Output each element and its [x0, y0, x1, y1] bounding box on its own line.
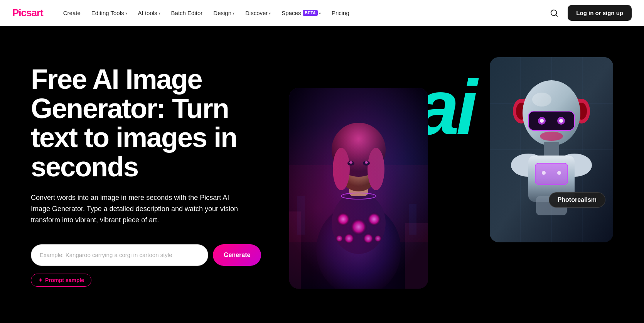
hero-title: Free AI Image Generator: Turn text to im…: [31, 65, 278, 181]
svg-point-44: [559, 119, 563, 123]
nav-item-design[interactable]: Design ▾: [209, 7, 239, 19]
svg-point-43: [540, 119, 544, 123]
beta-badge: BETA: [303, 10, 317, 16]
nav-items: Create Editing Tools ▾ AI tools ▾ Batch …: [59, 7, 547, 19]
nav-item-ai-tools[interactable]: AI tools ▾: [133, 7, 165, 19]
login-button[interactable]: Log in or sign up: [568, 5, 632, 21]
svg-point-45: [540, 132, 563, 141]
svg-rect-46: [544, 142, 559, 157]
hero-section: Free AI Image Generator: Turn text to im…: [0, 26, 644, 323]
cyberpunk-woman-illustration: [289, 88, 428, 289]
hero-input-row: Generate: [31, 244, 278, 266]
svg-line-1: [556, 15, 558, 16]
nav-item-create[interactable]: Create: [59, 7, 85, 19]
nav-item-batch-editor[interactable]: Batch Editor: [167, 7, 207, 19]
chevron-down-icon: ▾: [319, 11, 321, 15]
chevron-down-icon: ▾: [125, 11, 127, 15]
chevron-down-icon: ▾: [158, 11, 160, 15]
nav-item-pricing[interactable]: Pricing: [327, 7, 354, 19]
logo[interactable]: Picsart: [12, 7, 43, 19]
robot-svg: [490, 57, 613, 242]
nav-right: Log in or sign up: [547, 5, 632, 21]
image-card-robot: Photorealism: [490, 57, 613, 242]
search-icon: [550, 9, 558, 17]
search-button[interactable]: [547, 6, 561, 20]
chevron-down-icon: ▾: [233, 11, 234, 15]
svg-point-52: [542, 171, 546, 175]
svg-rect-39: [528, 111, 575, 130]
image-card-woman: [289, 88, 428, 289]
prompt-sample-button[interactable]: ✦ Prompt sample: [31, 274, 91, 287]
svg-point-53: [557, 171, 561, 175]
nav-item-editing-tools[interactable]: Editing Tools ▾: [87, 7, 132, 19]
hero-right: ai: [278, 57, 613, 289]
nav-item-discover[interactable]: Discover ▾: [241, 7, 275, 19]
svg-rect-50: [535, 163, 568, 184]
svg-point-38: [532, 93, 551, 107]
chevron-down-icon: ▾: [269, 11, 271, 15]
prompt-input[interactable]: [31, 244, 208, 266]
photorealism-badge: Photorealism: [549, 192, 605, 208]
hero-subtitle: Convert words into an image in mere seco…: [31, 192, 247, 225]
nav-item-spaces[interactable]: Spaces BETA ▾: [277, 7, 325, 19]
hero-left: Free AI Image Generator: Turn text to im…: [31, 57, 278, 287]
sparkle-icon: ✦: [38, 277, 43, 283]
navbar: Picsart Create Editing Tools ▾ AI tools …: [0, 0, 644, 26]
generate-button[interactable]: Generate: [213, 244, 261, 266]
